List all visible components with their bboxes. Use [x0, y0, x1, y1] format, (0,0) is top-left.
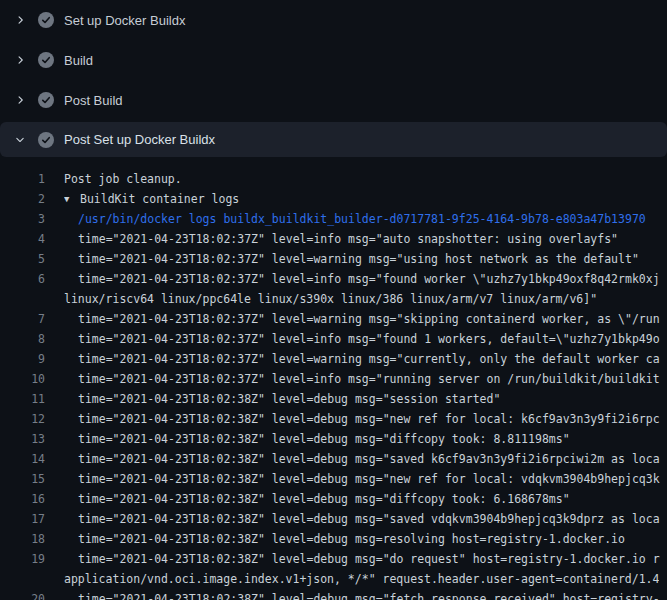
line-number[interactable]: 5 [0, 249, 45, 269]
line-number[interactable]: 1 [0, 169, 45, 189]
log-text: time="2021-04-23T18:02:38Z" level=debug … [78, 452, 660, 466]
log-text: linux/riscv64 linux/ppc64le linux/s390x … [64, 292, 597, 306]
line-number[interactable]: 16 [0, 489, 45, 509]
check-circle-icon [38, 52, 54, 68]
line-number[interactable]: 2 [0, 189, 45, 209]
line-text: time="2021-04-23T18:02:38Z" level=debug … [78, 429, 570, 449]
line-number[interactable]: 17 [0, 509, 45, 529]
check-circle-icon [38, 132, 54, 148]
line-number[interactable]: 4 [0, 229, 45, 249]
log-text: time="2021-04-23T18:02:37Z" level=info m… [78, 332, 660, 346]
log-line: 10 time="2021-04-23T18:02:37Z" level=inf… [0, 369, 667, 389]
line-text: time="2021-04-23T18:02:37Z" level=info m… [78, 369, 660, 389]
log-text: application/vnd.oci.image.index.v1+json,… [64, 572, 659, 586]
log-area: 1 Post job cleanup. 2 ▼BuildKit containe… [0, 157, 667, 600]
step-row-build[interactable]: Build [0, 40, 667, 80]
log-text: time="2021-04-23T18:02:38Z" level=debug … [78, 392, 500, 406]
line-text: time="2021-04-23T18:02:38Z" level=debug … [78, 549, 660, 569]
log-line: 19 time="2021-04-23T18:02:38Z" level=deb… [0, 549, 667, 569]
log-line: 7 time="2021-04-23T18:02:37Z" level=warn… [0, 309, 667, 329]
line-text: time="2021-04-23T18:02:37Z" level=info m… [78, 329, 660, 349]
line-number[interactable]: 14 [0, 449, 45, 469]
line-number[interactable]: 9 [0, 349, 45, 369]
log-text: time="2021-04-23T18:02:38Z" level=debug … [78, 412, 660, 426]
log-line: 1 Post job cleanup. [0, 169, 667, 189]
log-text: time="2021-04-23T18:02:38Z" level=debug … [78, 552, 660, 566]
line-number[interactable]: 8 [0, 329, 45, 349]
log-line: 4 time="2021-04-23T18:02:37Z" level=info… [0, 229, 667, 249]
chevron-right-icon[interactable] [12, 52, 28, 68]
log-text: time="2021-04-23T18:02:38Z" level=debug … [78, 432, 570, 446]
line-text: time="2021-04-23T18:02:38Z" level=debug … [78, 589, 660, 600]
log-text: time="2021-04-23T18:02:38Z" level=debug … [78, 512, 660, 526]
log-text: time="2021-04-23T18:02:38Z" level=debug … [78, 592, 660, 600]
step-row-post-build[interactable]: Post Build [0, 80, 667, 120]
log-text: time="2021-04-23T18:02:37Z" level=info m… [78, 232, 618, 246]
line-text: time="2021-04-23T18:02:38Z" level=debug … [78, 529, 625, 549]
line-number[interactable]: 12 [0, 409, 45, 429]
log-line: 12 time="2021-04-23T18:02:38Z" level=deb… [0, 409, 667, 429]
line-text: time="2021-04-23T18:02:37Z" level=info m… [78, 269, 660, 289]
step-row-post-set-up-docker-buildx[interactable]: Post Set up Docker Buildx [0, 122, 667, 157]
line-number[interactable]: 11 [0, 389, 45, 409]
line-text: time="2021-04-23T18:02:37Z" level=warnin… [78, 249, 639, 269]
line-text: /usr/bin/docker logs buildx_buildkit_bui… [78, 209, 646, 229]
step-row-set-up-docker-buildx[interactable]: Set up Docker Buildx [0, 0, 667, 40]
line-text: time="2021-04-23T18:02:38Z" level=debug … [78, 509, 660, 529]
log-text: time="2021-04-23T18:02:37Z" level=warnin… [78, 312, 660, 326]
log-line: 11 time="2021-04-23T18:02:38Z" level=deb… [0, 389, 667, 409]
log-text: time="2021-04-23T18:02:37Z" level=warnin… [78, 352, 660, 366]
line-text: ▼BuildKit container logs [64, 189, 239, 209]
line-number[interactable]: 20 [0, 589, 45, 600]
log-line: 17 time="2021-04-23T18:02:38Z" level=deb… [0, 509, 667, 529]
step-label: Set up Docker Buildx [64, 13, 185, 28]
line-number[interactable]: 10 [0, 369, 45, 389]
step-label: Post Build [64, 93, 123, 108]
line-text: time="2021-04-23T18:02:38Z" level=debug … [78, 389, 500, 409]
log-text: time="2021-04-23T18:02:38Z" level=debug … [78, 492, 570, 506]
check-circle-icon [38, 92, 54, 108]
line-number[interactable]: 7 [0, 309, 45, 329]
log-text: time="2021-04-23T18:02:38Z" level=debug … [78, 532, 625, 546]
chevron-right-icon[interactable] [12, 92, 28, 108]
group-toggle-icon[interactable]: ▼ [64, 189, 80, 209]
line-number[interactable]: 6 [0, 269, 45, 289]
log-line: 5 time="2021-04-23T18:02:37Z" level=warn… [0, 249, 667, 269]
line-text: time="2021-04-23T18:02:38Z" level=debug … [78, 449, 660, 469]
step-label: Build [64, 53, 93, 68]
log-line: 13 time="2021-04-23T18:02:38Z" level=deb… [0, 429, 667, 449]
line-text: time="2021-04-23T18:02:37Z" level=info m… [78, 229, 618, 249]
log-text: BuildKit container logs [80, 192, 239, 206]
line-text: Post job cleanup. [64, 169, 182, 189]
log-text: time="2021-04-23T18:02:37Z" level=info m… [78, 272, 660, 286]
chevron-down-icon[interactable] [12, 132, 28, 148]
log-text: Post job cleanup. [64, 172, 182, 186]
check-circle-icon [38, 12, 54, 28]
chevron-right-icon[interactable] [12, 12, 28, 28]
line-text: application/vnd.oci.image.index.v1+json,… [64, 569, 659, 589]
line-text: linux/riscv64 linux/ppc64le linux/s390x … [64, 289, 597, 309]
log-line: 14 time="2021-04-23T18:02:38Z" level=deb… [0, 449, 667, 469]
log-line: 15 time="2021-04-23T18:02:38Z" level=deb… [0, 469, 667, 489]
step-list: Set up Docker Buildx Build Post Build [0, 0, 667, 157]
log-line: linux/riscv64 linux/ppc64le linux/s390x … [0, 289, 667, 309]
line-number[interactable]: 13 [0, 429, 45, 449]
log-line: 3 /usr/bin/docker logs buildx_buildkit_b… [0, 209, 667, 229]
line-text: time="2021-04-23T18:02:37Z" level=warnin… [78, 349, 660, 369]
log-text: time="2021-04-23T18:02:38Z" level=debug … [78, 472, 660, 486]
line-number[interactable]: 15 [0, 469, 45, 489]
log-line: application/vnd.oci.image.index.v1+json,… [0, 569, 667, 589]
log-line: 2 ▼BuildKit container logs [0, 189, 667, 209]
log-text: time="2021-04-23T18:02:37Z" level=warnin… [78, 252, 639, 266]
line-number[interactable]: 3 [0, 209, 45, 229]
log-line: 8 time="2021-04-23T18:02:37Z" level=info… [0, 329, 667, 349]
line-text: time="2021-04-23T18:02:38Z" level=debug … [78, 489, 570, 509]
line-number[interactable]: 19 [0, 549, 45, 569]
line-text: time="2021-04-23T18:02:38Z" level=debug … [78, 469, 660, 489]
log-line: 9 time="2021-04-23T18:02:37Z" level=warn… [0, 349, 667, 369]
log-line: 20 time="2021-04-23T18:02:38Z" level=deb… [0, 589, 667, 600]
line-number[interactable] [0, 569, 45, 589]
log-text: /usr/bin/docker logs buildx_buildkit_bui… [78, 212, 646, 226]
line-number[interactable] [0, 289, 45, 309]
line-number[interactable]: 18 [0, 529, 45, 549]
